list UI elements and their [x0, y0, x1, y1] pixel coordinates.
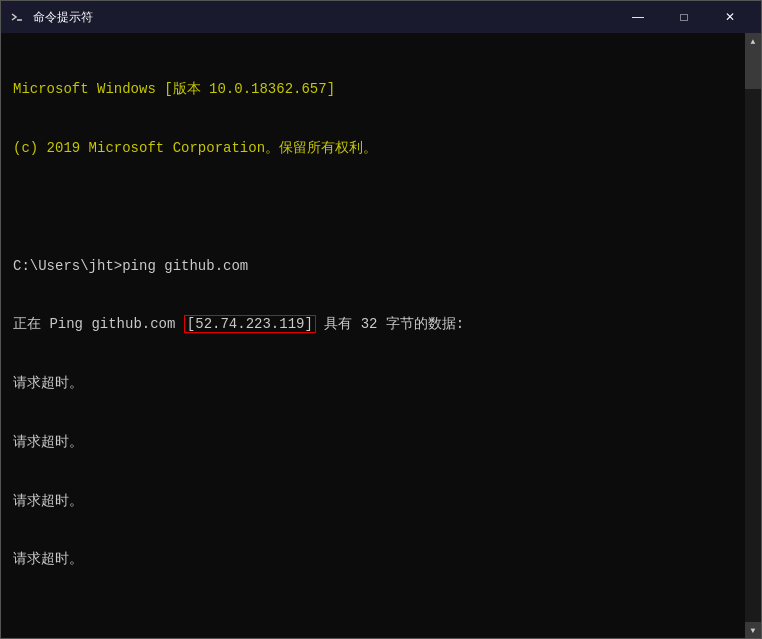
scrollbar-track [745, 49, 761, 622]
line-6: 请求超时。 [13, 374, 749, 394]
line-10 [13, 609, 749, 629]
ping-pre: 正在 Ping github.com [13, 316, 184, 332]
title-bar: 命令提示符 — □ ✕ [1, 1, 761, 33]
window-title: 命令提示符 [33, 9, 93, 26]
close-button[interactable]: ✕ [707, 1, 753, 33]
ping-post: 具有 32 字节的数据: [316, 316, 464, 332]
line-5: 正在 Ping github.com [52.74.223.119] 具有 32… [13, 315, 749, 335]
scrollbar-thumb[interactable] [745, 49, 761, 89]
scrollbar: ▲ ▼ [745, 33, 761, 638]
maximize-button[interactable]: □ [661, 1, 707, 33]
title-bar-left: 命令提示符 [9, 9, 93, 26]
cmd-icon [9, 9, 25, 25]
line-9: 请求超时。 [13, 550, 749, 570]
line-8: 请求超时。 [13, 492, 749, 512]
ip-address: [52.74.223.119] [184, 315, 316, 333]
terminal-content: Microsoft Windows [版本 10.0.18362.657] (c… [13, 41, 749, 638]
terminal-body[interactable]: Microsoft Windows [版本 10.0.18362.657] (c… [1, 33, 761, 638]
line-2: (c) 2019 Microsoft Corporation。保留所有权利。 [13, 139, 749, 159]
line-1: Microsoft Windows [版本 10.0.18362.657] [13, 80, 749, 100]
line-3 [13, 198, 749, 218]
line-7: 请求超时。 [13, 433, 749, 453]
line-4: C:\Users\jht>ping github.com [13, 257, 749, 277]
window-controls: — □ ✕ [615, 1, 753, 33]
scrollbar-down[interactable]: ▼ [745, 622, 761, 638]
minimize-button[interactable]: — [615, 1, 661, 33]
cmd-window: 命令提示符 — □ ✕ Microsoft Windows [版本 10.0.1… [0, 0, 762, 639]
scrollbar-up[interactable]: ▲ [745, 33, 761, 49]
